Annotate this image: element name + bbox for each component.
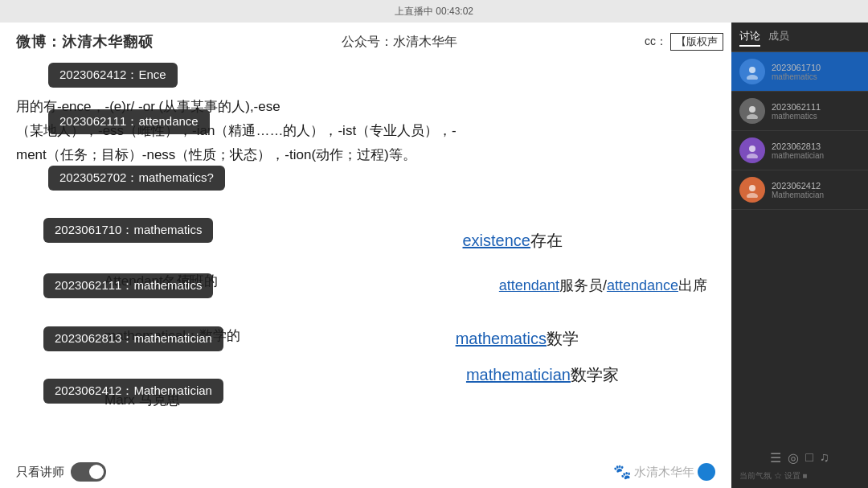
sidebar-item-info-0: 2023061710 mathematics [772,63,860,81]
vocab-attendance-en: attendance [607,277,678,293]
sidebar-icon-music[interactable]: ♫ [820,450,829,465]
vocab-existence-zh: 存在 [530,232,563,249]
content-header: 微博：沐清木华翻硕 公众号：水清木华年 cc： 【版权声 [0,31,731,53]
sidebar-icon-menu[interactable]: ☰ [770,450,781,465]
tab-members[interactable]: 成员 [768,27,789,47]
sidebar-icon-eye[interactable]: ◎ [788,450,799,465]
sidebar-item-2[interactable]: 2023062813 mathematician [731,131,868,170]
svg-point-2 [749,106,755,113]
sidebar-bottom: ☰ ◎ □ ♫ 当前气氛 ☆ 设置 ■ [731,444,868,488]
pill-math1: 2023061710：mathematics [43,218,213,243]
toggle-label: 只看讲师 [16,465,64,480]
sidebar-header: 讨论 成员 [731,23,868,52]
sidebar-item-name-0: 2023061710 [772,63,860,72]
content-area: 微博：沐清木华翻硕 公众号：水清木华年 cc： 【版权声 2023062412：… [0,23,731,488]
sidebar-footer-left: 当前气氛 ☆ 设置 ■ [739,470,807,482]
vocab-math-en: mathematics [456,330,547,347]
sidebar-icons-row: ☰ ◎ □ ♫ [739,450,860,465]
pill-math2: 2023062111：mathematics [43,273,213,298]
cc-label: cc： [645,35,667,49]
watermark-icon: 🐾 [613,463,631,481]
live-timer: 上直播中 00:43:02 [395,5,473,18]
sidebar-item-3[interactable]: 2023062412 Mathematician [731,170,868,210]
vocab-existence-en: existence [463,232,531,249]
logo-text: 微博：沐清木华翻硕 [16,32,154,51]
vocab-attendant-zh2: 出席 [678,277,707,293]
watermark-text: 水清木华年 [634,465,694,480]
public-account: 公众号：水清木华年 [154,34,645,51]
sidebar-item-info-3: 2023062412 Mathematician [772,181,860,199]
sidebar-item-name-3: 2023062412 [772,181,860,191]
sidebar-item-sub-1: mathematics [772,112,860,121]
vocab-mathematics: mathematics数学 [456,328,579,350]
vocab-attendant-en: attendant [499,277,559,293]
sidebar-item-info-2: 2023062813 mathematician [772,141,860,160]
sidebar-item-1[interactable]: 2023062111 mathematics [731,92,868,131]
bottom-bar: 只看讲师 🐾 水清木华年 [0,462,731,482]
avatar-3 [739,177,765,203]
svg-point-4 [749,146,755,152]
pill-attendance: 2023062111：attendance [48,109,210,134]
sidebar-item-sub-2: mathematician [772,151,860,160]
vocab-math-zh: 数学 [547,330,579,347]
sidebar-item-0[interactable]: 2023061710 mathematics [731,52,868,92]
pill-mathematician2: 2023062412：Mathematician [43,379,223,404]
svg-point-5 [747,154,758,158]
sidebar-item-sub-0: mathematics [772,72,860,81]
pill-ence: 2023062412：Ence [48,63,178,88]
toggle-switch[interactable] [71,462,106,482]
vocab-mathematician: mathematician数学家 [466,364,619,386]
pill-mathematician: 2023062813：mathematician [43,326,223,351]
pill-mathq: 2023052702：mathematics? [48,166,225,191]
vocab-attendant: attendant服务员/attendance出席 [499,276,707,295]
right-sidebar: 讨论 成员 2023061710 mathematics 2023062111 … [731,23,868,488]
avatar-1 [739,98,765,124]
vocab-attendant-zh1: 服务员/ [559,277,607,293]
vocab-existence: existence存在 [463,230,563,252]
svg-point-7 [747,193,758,198]
mid-text-line3: ment（任务；目标）-ness（性质；状态），-tion(动作；过程)等。 [16,147,416,162]
sidebar-item-name-1: 2023062111 [772,102,860,112]
avatar-2 [739,137,765,163]
svg-point-6 [749,185,755,191]
sidebar-icon-box[interactable]: □ [805,450,813,465]
sidebar-footer-row: 当前气氛 ☆ 设置 ■ [739,470,860,482]
copyright-badge: 【版权声 [670,33,723,51]
svg-point-3 [747,114,758,119]
toggle-container: 只看讲师 [16,462,106,482]
avatar-0 [739,59,765,84]
top-bar: 上直播中 00:43:02 [0,0,868,23]
sidebar-item-name-2: 2023062813 [772,141,860,151]
svg-point-0 [749,67,755,73]
tab-discuss[interactable]: 讨论 [739,27,760,47]
vocab-mathematician-en: mathematician [466,366,571,383]
watermark: 🐾 水清木华年 [613,463,715,481]
sidebar-item-sub-3: Mathematician [772,191,860,199]
sidebar-item-info-1: 2023062111 mathematics [772,102,860,121]
main-area: 微博：沐清木华翻硕 公众号：水清木华年 cc： 【版权声 2023062412：… [0,23,868,488]
vocab-mathematician-zh: 数学家 [571,366,619,383]
circle-blue-icon [698,463,715,481]
svg-point-1 [747,75,758,80]
